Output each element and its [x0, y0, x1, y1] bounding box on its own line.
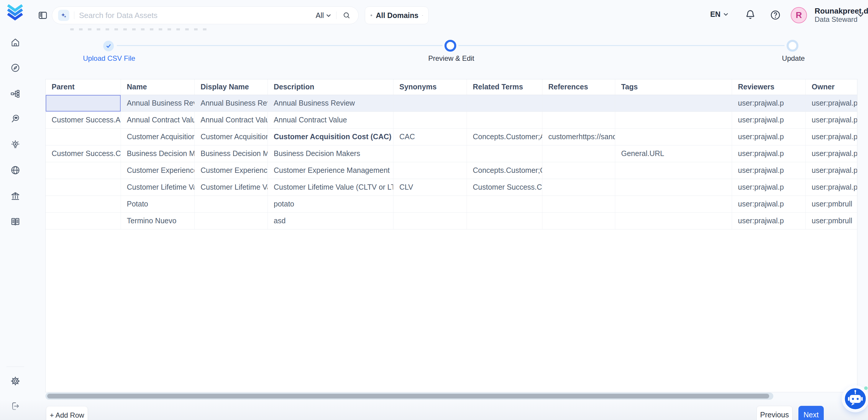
cell-reviewers[interactable]: user:prajwal.p: [732, 196, 806, 212]
cell-description[interactable]: asd: [268, 213, 394, 229]
cell-tags[interactable]: [615, 95, 732, 112]
next-button[interactable]: Next: [798, 406, 824, 420]
cell-references[interactable]: [542, 196, 615, 212]
cell-parent[interactable]: [46, 196, 121, 212]
cell-description[interactable]: Customer Experience Management: [268, 162, 394, 179]
cell-synonyms[interactable]: CLV: [394, 179, 467, 196]
ai-search-button[interactable]: [58, 10, 69, 21]
cell-synonyms[interactable]: [394, 145, 467, 162]
cell-related_terms[interactable]: Customer Success.Cu...: [467, 179, 542, 196]
cell-name[interactable]: Annual Business Review: [121, 95, 195, 112]
user-menu-chevron[interactable]: [858, 13, 864, 17]
cell-display_name[interactable]: [195, 196, 268, 212]
cell-name[interactable]: Business Decision Ma...: [121, 145, 195, 162]
cell-description[interactable]: Customer Lifetime Value (CLTV or LTV) i.…: [268, 179, 394, 196]
cell-owner[interactable]: user:prajwal.p: [806, 112, 857, 128]
cell-parent[interactable]: [46, 179, 121, 196]
language-selector[interactable]: EN: [710, 10, 728, 19]
sidebar-item-lineage[interactable]: [10, 89, 20, 99]
cell-name[interactable]: Customer Experience ...: [121, 162, 195, 179]
cell-reviewers[interactable]: user:prajwal.p: [732, 129, 806, 145]
cell-related_terms[interactable]: [467, 145, 542, 162]
cell-references[interactable]: [542, 179, 615, 196]
cell-display_name[interactable]: Annual Contract Value ...: [195, 112, 268, 128]
help-button[interactable]: [770, 9, 781, 21]
cell-reviewers[interactable]: user:prajwal.p: [732, 213, 806, 229]
cell-owner[interactable]: user:pmbrull: [806, 213, 857, 229]
cell-description[interactable]: Customer Acquisition Cost (CAC) is a ...: [268, 129, 394, 145]
cell-reviewers[interactable]: user:prajwal.p: [732, 179, 806, 196]
sidebar-item-settings[interactable]: [10, 376, 20, 386]
cell-name[interactable]: Potato: [121, 196, 195, 212]
cell-related_terms[interactable]: Concepts.Customer;C...: [467, 162, 542, 179]
cell-tags[interactable]: [615, 196, 732, 212]
horizontal-scrollbar-thumb[interactable]: [47, 394, 769, 398]
cell-owner[interactable]: user:prajwal.p: [806, 145, 857, 162]
app-logo[interactable]: [6, 3, 24, 21]
search-scope-dropdown[interactable]: All: [316, 11, 331, 20]
cell-references[interactable]: [542, 145, 615, 162]
cell-references[interactable]: [542, 162, 615, 179]
cell-parent[interactable]: [46, 213, 121, 229]
cell-display_name[interactable]: Annual Business Revie...: [195, 95, 268, 112]
cell-references[interactable]: [542, 95, 615, 112]
cell-related_terms[interactable]: [467, 95, 542, 112]
cell-reviewers[interactable]: user:prajwal.p: [732, 162, 806, 179]
cell-name[interactable]: Customer Lifetime Value: [121, 179, 195, 196]
search-submit-button[interactable]: [342, 11, 351, 20]
cell-parent[interactable]: Customer Success.An...: [46, 112, 121, 128]
cell-reviewers[interactable]: user:prajwal.p: [732, 145, 806, 162]
notifications-button[interactable]: [744, 9, 756, 21]
cell-tags[interactable]: [615, 162, 732, 179]
cell-owner[interactable]: user:prajwal.p: [806, 179, 857, 196]
cell-display_name[interactable]: Customer Lifetime Val...: [195, 179, 268, 196]
cell-tags[interactable]: [615, 129, 732, 145]
sidebar-toggle-button[interactable]: [38, 10, 48, 20]
cell-name[interactable]: Customer Acquisition ...: [121, 129, 195, 145]
sidebar-item-observability[interactable]: [10, 114, 20, 124]
avatar[interactable]: R: [791, 7, 807, 23]
cell-owner[interactable]: user:prajwal.p: [806, 129, 857, 145]
cell-reviewers[interactable]: user:prajwal.p: [732, 95, 806, 112]
sidebar-item-governance[interactable]: [10, 191, 20, 201]
search-input[interactable]: [79, 11, 316, 20]
cell-synonyms[interactable]: CAC: [394, 129, 467, 145]
cell-tags[interactable]: [615, 112, 732, 128]
cell-name[interactable]: Annual Contract Value: [121, 112, 195, 128]
cell-synonyms[interactable]: [394, 112, 467, 128]
cell-owner[interactable]: user:pmbrull: [806, 196, 857, 212]
cell-parent[interactable]: [46, 95, 121, 112]
cell-tags[interactable]: [615, 179, 732, 196]
horizontal-scrollbar-track[interactable]: [45, 393, 773, 400]
cell-synonyms[interactable]: [394, 213, 467, 229]
cell-name[interactable]: Termino Nuevo: [121, 213, 195, 229]
sidebar-item-explore[interactable]: [10, 63, 20, 73]
chatbot-widget[interactable]: [843, 387, 867, 411]
cell-synonyms[interactable]: [394, 162, 467, 179]
cell-parent[interactable]: [46, 162, 121, 179]
cell-display_name[interactable]: Customer Acquisition ...: [195, 129, 268, 145]
sidebar-item-domains[interactable]: [10, 165, 20, 175]
cell-description[interactable]: Business Decision Makers: [268, 145, 394, 162]
cell-owner[interactable]: user:prajwal.p: [806, 95, 857, 112]
previous-button[interactable]: Previous: [756, 406, 793, 420]
sidebar-item-insights[interactable]: [10, 140, 20, 150]
cell-references[interactable]: [542, 112, 615, 128]
cell-related_terms[interactable]: Concepts.Customer;A...: [467, 129, 542, 145]
cell-reviewers[interactable]: user:prajwal.p: [732, 112, 806, 128]
cell-tags[interactable]: General.URL: [615, 145, 732, 162]
cell-description[interactable]: potato: [268, 196, 394, 212]
cell-display_name[interactable]: [195, 213, 268, 229]
cell-related_terms[interactable]: [467, 196, 542, 212]
cell-owner[interactable]: user:prajwal.p: [806, 162, 857, 179]
cell-display_name[interactable]: Business Decision Ma...: [195, 145, 268, 162]
sidebar-item-home[interactable]: [10, 37, 20, 47]
sidebar-item-glossary[interactable]: [10, 216, 20, 227]
cell-synonyms[interactable]: [394, 95, 467, 112]
cell-related_terms[interactable]: [467, 112, 542, 128]
cell-related_terms[interactable]: [467, 213, 542, 229]
cell-parent[interactable]: Customer Success.Cu...: [46, 145, 121, 162]
domains-filter-dropdown[interactable]: All Domains: [365, 6, 429, 24]
cell-description[interactable]: Annual Business Review: [268, 95, 394, 112]
cell-references[interactable]: customerhttps://sandb...: [542, 129, 615, 145]
